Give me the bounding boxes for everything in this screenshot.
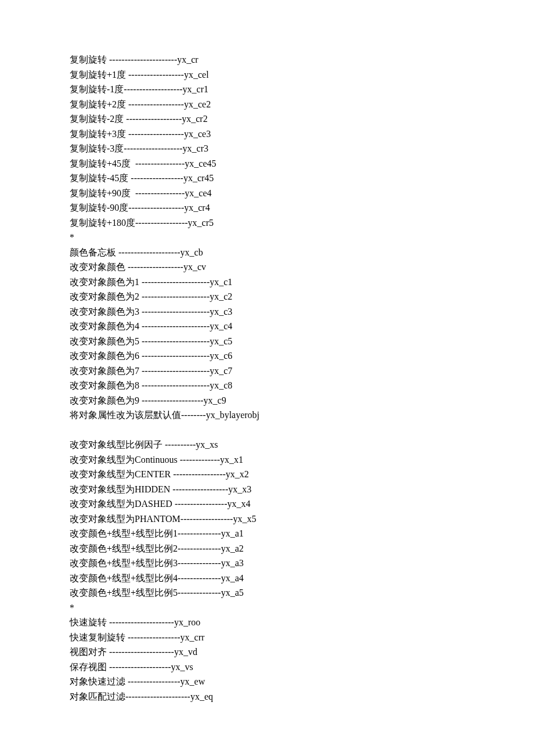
text-line: 复制旋转+45度 ----------------yx_ce45: [70, 156, 476, 171]
text-line: 改变颜色+线型+线型比例2--------------yx_a2: [70, 541, 476, 556]
text-line: 改变颜色+线型+线型比例1--------------yx_a1: [70, 526, 476, 541]
text-line: 改变对象颜色 ------------------yx_cv: [70, 260, 476, 275]
text-line: 复制旋转-45度 -----------------yx_cr45: [70, 171, 476, 186]
text-line: 复制旋转+2度 ------------------yx_ce2: [70, 97, 476, 112]
text-line: *: [70, 600, 476, 615]
text-line: 改变对象颜色为8 ----------------------yx_c8: [70, 378, 476, 393]
text-line: 改变对象颜色为6 ----------------------yx_c6: [70, 348, 476, 363]
text-line: 改变对象线型为HIDDEN ------------------yx_x3: [70, 482, 476, 497]
text-line: 改变对象颜色为7 ----------------------yx_c7: [70, 363, 476, 379]
text-line: 改变对象线型为DASHED -----------------yx_x4: [70, 496, 476, 512]
text-line: 对象快速过滤 -----------------yx_ew: [70, 674, 476, 689]
text-line: 复制旋转-3度-------------------yx_cr3: [70, 141, 476, 156]
text-line: 改变颜色+线型+线型比例3--------------yx_a3: [70, 556, 476, 571]
text-line: 颜色备忘板 --------------------yx_cb: [70, 245, 476, 260]
text-line: 复制旋转+3度 ------------------yx_ce3: [70, 127, 476, 142]
document-page: 复制旋转 ----------------------yx_cr复制旋转+1度 …: [0, 0, 476, 704]
text-line: 改变对象颜色为1 ----------------------yx_c1: [70, 275, 476, 290]
text-line: 将对象属性改为该层默认值--------yx_bylayerobj: [70, 408, 476, 423]
blank-line: [70, 423, 476, 438]
text-line: 对象匹配过滤---------------------yx_eq: [70, 689, 476, 704]
text-line: 改变对象线型为Continuous -------------yx_x1: [70, 452, 476, 467]
text-line: 复制旋转+1度 ------------------yx_cel: [70, 67, 476, 82]
text-line: 复制旋转-2度 ------------------yx_cr2: [70, 111, 476, 127]
text-line: *: [70, 230, 476, 245]
text-line: 复制旋转-90度------------------yx_cr4: [70, 200, 476, 215]
text-line: 复制旋转-1度-------------------yx_cr1: [70, 82, 476, 97]
text-line: 改变对象线型为PHANTOM-----------------yx_x5: [70, 512, 476, 527]
text-line: 快速旋转 ---------------------yx_roo: [70, 615, 476, 630]
text-line: 复制旋转+90度 ----------------yx_ce4: [70, 186, 476, 201]
text-line: 复制旋转+180度-----------------yx_cr5: [70, 215, 476, 231]
text-line: 改变对象线型为CENTER -----------------yx_x2: [70, 467, 476, 482]
text-line: 改变对象颜色为2 ----------------------yx_c2: [70, 289, 476, 304]
text-line: 改变对象颜色为3 ----------------------yx_c3: [70, 304, 476, 319]
text-line: 改变对象颜色为4 ----------------------yx_c4: [70, 319, 476, 334]
text-line: 保存视图 --------------------yx_vs: [70, 660, 476, 675]
text-line: 改变对象颜色为5 ----------------------yx_c5: [70, 334, 476, 349]
text-line: 视图对齐 ---------------------yx_vd: [70, 645, 476, 660]
text-line: 改变对象颜色为9 --------------------yx_c9: [70, 393, 476, 408]
text-line: 快速复制旋转 -----------------yx_crr: [70, 630, 476, 645]
text-line: 改变颜色+线型+线型比例4--------------yx_a4: [70, 571, 476, 586]
text-line: 复制旋转 ----------------------yx_cr: [70, 52, 476, 67]
text-line: 改变对象线型比例因子 ----------yx_xs: [70, 437, 476, 452]
text-line: 改变颜色+线型+线型比例5--------------yx_a5: [70, 585, 476, 600]
